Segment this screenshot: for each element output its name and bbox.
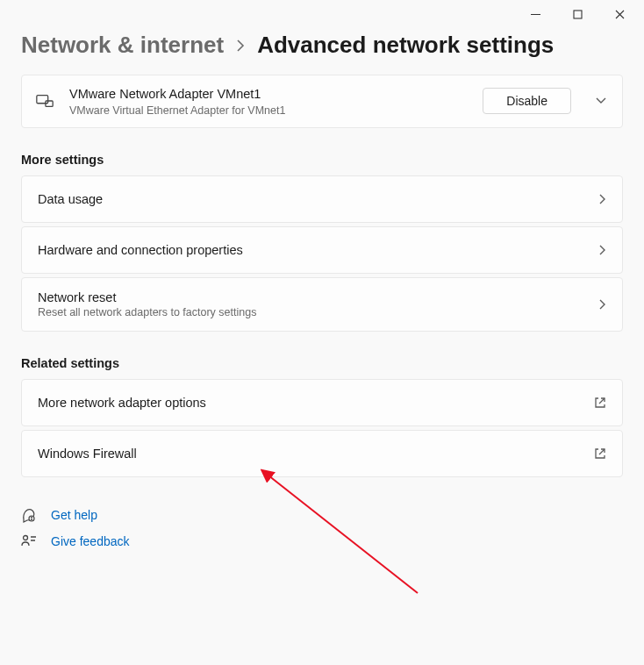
close-button[interactable]: [602, 2, 637, 26]
adapter-subtitle: VMware Virtual Ethernet Adapter for VMne…: [69, 104, 469, 117]
data-usage-label: Data usage: [38, 192, 588, 206]
svg-rect-1: [574, 11, 582, 18]
hardware-properties-label: Hardware and connection properties: [38, 243, 588, 257]
chevron-down-icon[interactable]: [592, 97, 610, 105]
network-reset-title: Network reset: [38, 290, 588, 304]
network-adapter-card[interactable]: VMware Network Adapter VMnet1 VMware Vir…: [21, 75, 623, 128]
more-network-adapter-options-label: More network adapter options: [38, 396, 583, 410]
chevron-right-icon: [598, 244, 606, 256]
more-network-adapter-options-row[interactable]: More network adapter options: [21, 379, 623, 426]
get-help-label: Get help: [51, 508, 97, 522]
network-reset-subtitle: Reset all network adapters to factory se…: [38, 306, 588, 318]
window-titlebar: [0, 0, 644, 28]
adapter-title: VMware Network Adapter VMnet1: [69, 86, 469, 103]
chevron-right-icon: [598, 298, 606, 311]
external-link-icon: [594, 447, 606, 460]
minimize-button[interactable]: [518, 2, 553, 26]
help-links: Get help Give feedback: [21, 502, 623, 554]
network-reset-row[interactable]: Network reset Reset all network adapters…: [21, 277, 623, 332]
adapter-text: VMware Network Adapter VMnet1 VMware Vir…: [69, 86, 469, 117]
more-settings-header: More settings: [21, 153, 623, 167]
get-help-link[interactable]: Get help: [21, 502, 623, 528]
related-settings-section: Related settings More network adapter op…: [21, 356, 623, 477]
give-feedback-label: Give feedback: [51, 534, 130, 548]
chevron-right-icon: [236, 39, 245, 52]
breadcrumb: Network & internet Advanced network sett…: [21, 32, 623, 59]
breadcrumb-parent[interactable]: Network & internet: [21, 32, 224, 59]
help-icon: [21, 507, 37, 523]
svg-rect-4: [37, 96, 48, 104]
hardware-properties-row[interactable]: Hardware and connection properties: [21, 226, 623, 274]
disable-button[interactable]: Disable: [483, 88, 571, 114]
give-feedback-link[interactable]: Give feedback: [21, 528, 623, 554]
svg-point-8: [24, 535, 28, 540]
network-adapter-icon: [34, 91, 55, 111]
windows-firewall-label: Windows Firewall: [38, 447, 583, 461]
breadcrumb-current: Advanced network settings: [257, 32, 554, 59]
windows-firewall-row[interactable]: Windows Firewall: [21, 430, 623, 477]
maximize-button[interactable]: [560, 2, 595, 26]
chevron-right-icon: [598, 193, 606, 205]
more-settings-section: More settings Data usage Hardware and co…: [21, 153, 623, 332]
svg-point-7: [32, 518, 32, 519]
feedback-icon: [21, 533, 37, 549]
data-usage-row[interactable]: Data usage: [21, 175, 623, 223]
external-link-icon: [594, 397, 606, 409]
related-settings-header: Related settings: [21, 356, 623, 370]
